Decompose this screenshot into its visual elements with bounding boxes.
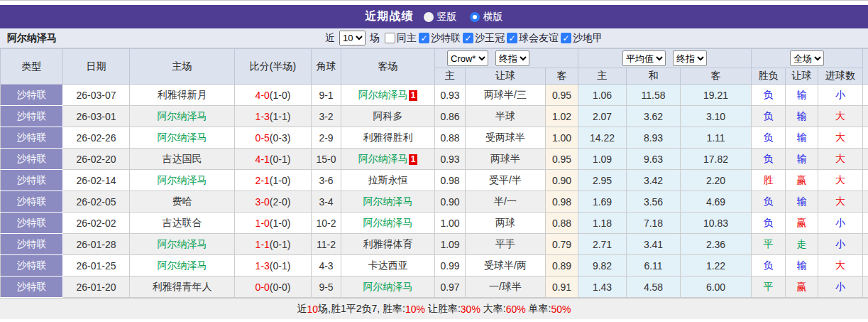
odds-away-cell: 1.02 xyxy=(546,106,578,127)
handicap-result-cell: 输 xyxy=(786,85,818,106)
recent-results-panel: 近期战绩 竖版 横版 阿尔纳泽马 近 10 场 同主 ✓ xyxy=(0,0,868,319)
col-header-handicap-result: 让球 xyxy=(786,68,818,85)
league-type-cell: 沙特联 xyxy=(1,234,63,255)
league-type-cell: 沙特联 xyxy=(1,149,63,170)
match-row: 沙特联26-02-02吉达联合1-0(1-0)10-2阿尔纳泽马1.00两球0.… xyxy=(1,213,868,234)
score-cell: 3-0(2-0) xyxy=(235,191,312,213)
score-cell: 4-0(1-0) xyxy=(235,85,312,106)
team-name: 阿尔纳泽马 xyxy=(363,281,413,292)
average-group-header: 平均值 终指 xyxy=(578,49,752,68)
date-cell: 26-02-20 xyxy=(63,149,130,170)
radio-unchecked-icon[interactable] xyxy=(424,12,434,22)
corner-cell: 3-6 xyxy=(312,170,341,191)
summary-text: 大率: xyxy=(480,303,506,316)
radio-vertical-layout[interactable]: 竖版 xyxy=(424,11,457,23)
filler-cell xyxy=(863,191,868,213)
half-score: (1-0) xyxy=(270,175,291,186)
filler-cell xyxy=(863,255,868,277)
odds-company-select[interactable]: Crow* xyxy=(447,50,488,66)
avg-away-cell: 4.69 xyxy=(681,191,752,213)
handicap-result-cell: 输 xyxy=(786,106,818,127)
league-filter-label: 球会友谊 xyxy=(519,32,559,45)
avg-home-cell: 1.69 xyxy=(578,191,627,213)
odds-away-cell: 0.95 xyxy=(546,149,578,170)
summary-text: 30% xyxy=(461,304,480,315)
avg-away-cell: 2.20 xyxy=(681,170,752,191)
goals-cell: 小 xyxy=(818,213,863,234)
team-name: 阿尔纳泽马 xyxy=(358,89,408,100)
checkbox-unchecked-icon[interactable] xyxy=(385,33,395,43)
filter-league-saudi-pro[interactable]: ✓ 沙特联 xyxy=(419,32,461,45)
odds-time-select[interactable]: 终指 xyxy=(495,50,529,66)
full-score: 1-3 xyxy=(256,260,270,272)
home-team-cell: 阿尔纳泽马 xyxy=(130,106,235,127)
avg-away-cell: 3.10 xyxy=(681,106,752,127)
same-home-filter[interactable]: 同主 xyxy=(385,32,417,45)
date-cell: 26-02-26 xyxy=(63,127,130,149)
goals-cell: 大 xyxy=(818,127,863,149)
team-name: 卡达西亚 xyxy=(368,259,408,271)
away-team-cell: 阿尔纳泽马 xyxy=(341,191,435,213)
full-score: 1-1 xyxy=(256,239,270,250)
date-cell: 26-03-01 xyxy=(63,106,130,127)
handicap-result-cell: 走 xyxy=(786,234,818,255)
result-cell: 负 xyxy=(752,149,786,170)
result-cell: 负 xyxy=(752,191,786,213)
layout-radio-group: 竖版 横版 xyxy=(424,11,503,23)
filler-cell xyxy=(863,127,868,149)
panel-title: 近期战绩 xyxy=(366,9,414,24)
col-header-avg-away: 客 xyxy=(681,68,752,85)
odds-home-cell: 0.93 xyxy=(435,149,466,170)
filter-league-saudi-d1[interactable]: ✓ 沙地甲 xyxy=(561,32,603,45)
date-cell: 26-01-28 xyxy=(63,234,130,255)
league-type-cell: 沙特联 xyxy=(1,213,63,234)
match-row: 沙特联26-02-26阿尔纳泽马0-5(0-3)2-9利雅得胜利0.88受两球半… xyxy=(1,127,868,149)
handicap-cell: 两球半 xyxy=(466,149,546,170)
away-team-cell: 阿科多 xyxy=(341,106,435,127)
odds-away-cell: 0.91 xyxy=(546,277,578,298)
filler-cell xyxy=(863,106,868,127)
away-team-cell: 利雅得体育 xyxy=(341,234,435,255)
checkbox-checked-icon[interactable]: ✓ xyxy=(419,33,429,43)
team-name: 阿尔纳泽马 xyxy=(158,174,207,186)
away-team-cell: 阿尔纳泽马1 xyxy=(341,85,435,106)
handicap-cell: 受球半/两 xyxy=(466,255,546,277)
filter-league-kings-cup[interactable]: ✓ 沙王冠 xyxy=(463,32,505,45)
col-header-result: 胜负 xyxy=(752,68,786,85)
goals-cell: 大 xyxy=(818,170,863,191)
score-cell: 0-0(0-0) xyxy=(235,277,312,298)
avg-draw-cell: 3.42 xyxy=(627,170,681,191)
odds-home-cell: 0.86 xyxy=(435,106,466,127)
recent-count-select[interactable]: 10 xyxy=(339,31,366,45)
corner-cell: 9-5 xyxy=(312,277,341,298)
checkbox-checked-icon[interactable]: ✓ xyxy=(507,33,517,43)
col-header-corner: 角球 xyxy=(312,49,341,85)
top-divider xyxy=(0,0,868,5)
focus-team-name: 阿尔纳泽马 xyxy=(7,32,57,45)
average-time-select[interactable]: 终指 xyxy=(673,50,707,66)
col-header-handicap: 让球 xyxy=(466,68,546,85)
date-cell: 26-03-07 xyxy=(63,85,130,106)
col-header-type: 类型 xyxy=(1,49,63,85)
filter-league-club-friendly[interactable]: ✓ 球会友谊 xyxy=(507,32,559,45)
checkbox-checked-icon[interactable]: ✓ xyxy=(463,33,473,43)
odds-away-cell: 0.90 xyxy=(546,170,578,191)
checkbox-checked-icon[interactable]: ✓ xyxy=(561,33,571,43)
league-type-cell: 沙特联 xyxy=(1,85,63,106)
filler-cell xyxy=(863,85,868,106)
average-select[interactable]: 平均值 xyxy=(622,50,666,66)
half-score: (1-1) xyxy=(270,111,291,122)
scope-select[interactable]: 全场 xyxy=(790,50,824,66)
odds-home-cell: 1.09 xyxy=(435,234,466,255)
radio-checked-icon[interactable] xyxy=(470,12,480,22)
avg-home-cell: 2.95 xyxy=(578,170,627,191)
handicap-result-cell: 赢 xyxy=(786,213,818,234)
red-card-badge: 1 xyxy=(409,154,418,165)
filler-cell xyxy=(863,149,868,170)
radio-horizontal-layout[interactable]: 横版 xyxy=(470,11,503,23)
league-type-cell: 沙特联 xyxy=(1,106,63,127)
team-name: 利雅得胜利 xyxy=(363,132,413,143)
col-header-odds-away: 客 xyxy=(546,68,578,85)
red-card-badge: 1 xyxy=(409,90,418,101)
goals-cell: 大 xyxy=(818,191,863,213)
